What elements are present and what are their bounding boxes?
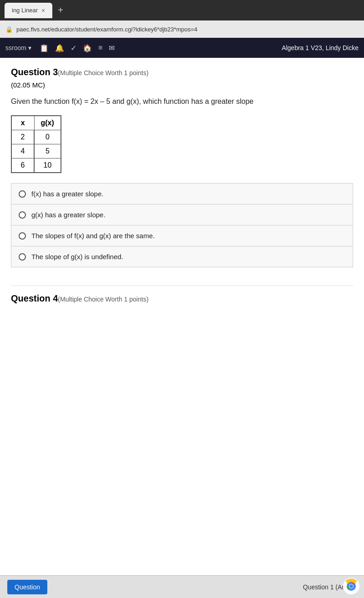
answer-choices: f(x) has a greater slope. g(x) has a gre… (11, 183, 353, 267)
choice-3[interactable]: The slopes of f(x) and g(x) are the same… (11, 225, 353, 246)
row2-x: 4 (11, 144, 34, 158)
row3-gx: 10 (34, 158, 61, 173)
lock-icon: 🔒 (5, 26, 13, 33)
question4-number: Question 4(Multiple Choice Worth 1 point… (11, 293, 148, 303)
app-toolbar: ssroom ▾ 📋 🔔 ✓ 🏠 ≡ ✉ Algebra 1 V23, Lind… (0, 38, 364, 58)
menu-icon[interactable]: ≡ (98, 44, 102, 52)
row3-x: 6 (11, 158, 34, 173)
choice-4[interactable]: The slope of g(x) is undefined. (11, 246, 353, 267)
prev-question-button[interactable]: Question (7, 580, 47, 594)
dropdown-icon: ▾ (28, 44, 31, 51)
tab-close-button[interactable]: × (41, 7, 45, 14)
choice-2[interactable]: g(x) has a greater slope. (11, 204, 353, 225)
row1-x: 2 (11, 130, 34, 144)
choice-2-text: g(x) has a greater slope. (31, 211, 106, 219)
svg-point-3 (349, 584, 353, 588)
question3-meta: (Multiple Choice Worth 1 points) (58, 69, 148, 77)
choice-1-text: f(x) has a greater slope. (31, 190, 103, 198)
table-row: 6 10 (11, 158, 61, 173)
choice-1[interactable]: f(x) has a greater slope. (11, 184, 353, 204)
question3-header: Question 3(Multiple Choice Worth 1 point… (11, 67, 353, 77)
gx-table: x g(x) 2 0 4 5 6 10 (11, 115, 61, 173)
browser-chrome: ing Linear × + (0, 0, 364, 20)
radio-4[interactable] (19, 253, 26, 261)
bottom-navigation: Question Question 1 (Answe (0, 575, 364, 598)
main-content: Question 3(Multiple Choice Worth 1 point… (0, 58, 364, 313)
row1-gx: 0 (34, 130, 61, 144)
choice-3-text: The slopes of f(x) and g(x) are the same… (31, 232, 155, 240)
radio-1[interactable] (19, 190, 26, 198)
radio-2[interactable] (19, 211, 26, 219)
choice-4-text: The slope of g(x) is undefined. (31, 253, 123, 261)
tab-bar: ing Linear × + (5, 3, 63, 18)
table-row: 4 5 (11, 144, 61, 158)
col-x-header: x (11, 116, 34, 130)
address-bar: 🔒 paec.flvs.net/educator/student/examfor… (0, 20, 364, 38)
bell-icon[interactable]: 🔔 (55, 44, 64, 52)
table-row: 2 0 (11, 130, 61, 144)
question3-number: Question 3(Multiple Choice Worth 1 point… (11, 67, 148, 77)
toolbar-icons: 📋 🔔 ✓ 🏠 ≡ ✉ (40, 44, 115, 52)
new-tab-button[interactable]: + (58, 5, 63, 15)
classroom-label: ssroom (5, 44, 26, 51)
home-icon[interactable]: 🏠 (83, 44, 92, 52)
question3-text: Given the function f(x) = 2x – 5 and g(x… (11, 96, 353, 107)
question4-meta: (Multiple Choice Worth 1 points) (58, 296, 148, 303)
chrome-logo (343, 578, 359, 594)
radio-3[interactable] (19, 232, 26, 240)
tab-title: ing Linear (12, 7, 38, 14)
active-tab[interactable]: ing Linear × (5, 3, 52, 18)
question4-header: Question 4(Multiple Choice Worth 1 point… (11, 286, 353, 304)
question3-code: (02.05 MC) (11, 81, 353, 89)
address-text[interactable]: paec.flvs.net/educator/student/examform.… (16, 26, 197, 33)
col-gx-header: g(x) (34, 116, 61, 130)
check-icon[interactable]: ✓ (71, 44, 76, 52)
document-icon[interactable]: 📋 (40, 44, 49, 52)
mail-icon[interactable]: ✉ (109, 44, 115, 52)
classroom-menu[interactable]: ssroom ▾ (5, 44, 31, 51)
course-title: Algebra 1 V23, Lindy Dicke (282, 44, 359, 51)
row2-gx: 5 (34, 144, 61, 158)
